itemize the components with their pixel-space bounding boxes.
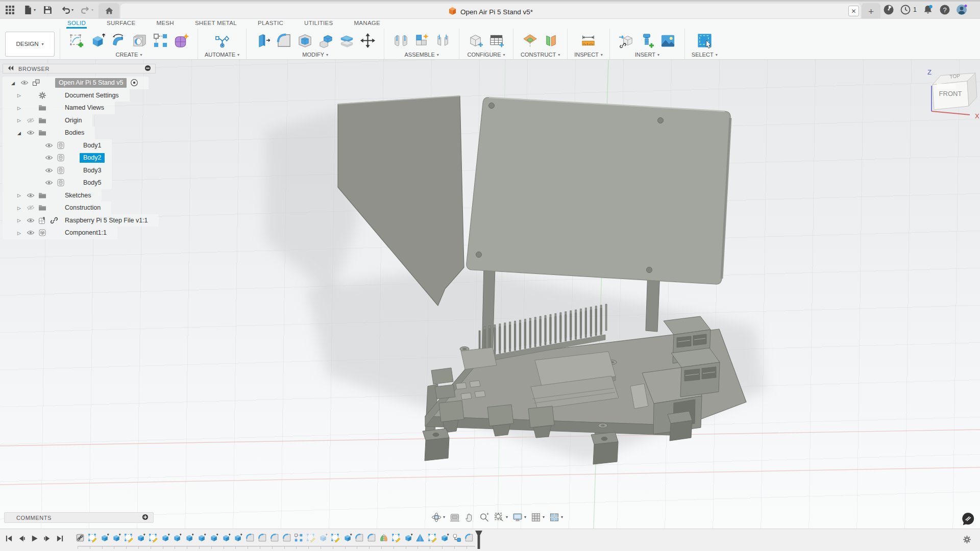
extrude-icon[interactable] xyxy=(222,533,231,542)
timeline-feature[interactable] xyxy=(342,533,353,543)
quick-icon-button[interactable] xyxy=(3,4,18,16)
group-label-inspect[interactable]: INSPECT▾ xyxy=(574,52,603,58)
tool-button[interactable] xyxy=(253,31,273,50)
revolve-icon[interactable] xyxy=(111,33,127,48)
file-new-icon[interactable] xyxy=(23,5,33,15)
fit-icon[interactable] xyxy=(494,512,504,522)
tree-row-label[interactable]: Body1 xyxy=(80,140,105,150)
tool-button[interactable] xyxy=(316,31,335,50)
dropdown-caret[interactable]: ▾ xyxy=(443,515,445,519)
new-component-icon[interactable] xyxy=(414,33,430,48)
dropdown-caret[interactable]: ▾ xyxy=(34,8,36,12)
timeline-feature[interactable] xyxy=(124,533,134,543)
tool-button[interactable] xyxy=(638,31,657,50)
eye-on-icon[interactable] xyxy=(20,79,29,87)
tree-row-label[interactable]: Component1:1 xyxy=(61,228,110,238)
tool-button[interactable] xyxy=(130,31,149,50)
tool-button[interactable] xyxy=(274,31,293,50)
fillet-icon[interactable] xyxy=(276,33,292,48)
look-at-icon[interactable] xyxy=(450,512,460,522)
nav-button[interactable] xyxy=(464,512,475,522)
nav-button[interactable]: ▾ xyxy=(531,512,545,522)
view-cube[interactable]: FRONT TOP Z X xyxy=(916,65,980,126)
automate-icon[interactable] xyxy=(214,33,230,48)
tree-row[interactable]: Sketches xyxy=(3,189,102,202)
eye-on-icon[interactable] xyxy=(44,154,53,162)
timeline-feature[interactable] xyxy=(233,533,243,543)
nav-button[interactable]: ▾ xyxy=(431,512,445,522)
extrude-muted-icon[interactable] xyxy=(318,533,328,542)
target-icon[interactable] xyxy=(130,79,138,87)
tool-button[interactable] xyxy=(172,31,191,50)
timeline-feature[interactable] xyxy=(391,533,401,543)
joint-icon[interactable] xyxy=(393,33,409,48)
tree-row-label[interactable]: Sketches xyxy=(61,190,94,200)
insert-icon[interactable] xyxy=(76,533,85,542)
eye-on-icon[interactable] xyxy=(44,141,53,149)
undo-icon[interactable] xyxy=(61,5,70,15)
notifications-icon[interactable] xyxy=(922,4,934,15)
eye-on-icon[interactable] xyxy=(26,229,35,237)
timeline-feature[interactable] xyxy=(184,533,194,543)
tool-button[interactable] xyxy=(579,31,598,50)
timeline-feature[interactable] xyxy=(318,533,328,543)
viewcube-front-label[interactable]: FRONT xyxy=(939,90,962,97)
draft-icon[interactable] xyxy=(415,533,425,542)
tool-button[interactable] xyxy=(391,31,410,50)
group-label-select[interactable]: SELECT▾ xyxy=(692,52,718,58)
plane-offset-icon[interactable] xyxy=(522,33,538,48)
combine-icon[interactable] xyxy=(318,33,334,48)
dropdown-caret[interactable]: ▾ xyxy=(543,515,545,519)
skip-end-icon[interactable] xyxy=(56,535,64,542)
tool-button[interactable] xyxy=(151,31,170,50)
sketch-muted-icon[interactable] xyxy=(306,533,315,542)
document-tab[interactable]: Open Air Pi 5 Stand v5* xyxy=(120,4,861,20)
tree-row[interactable]: Construction xyxy=(3,202,111,214)
timeline-feature[interactable] xyxy=(136,533,146,543)
insert-derive-icon[interactable] xyxy=(618,33,634,48)
eye-off-icon[interactable] xyxy=(26,204,35,212)
nav-button[interactable] xyxy=(479,512,489,522)
extrude-icon[interactable] xyxy=(233,533,242,542)
comments-bar[interactable]: COMMENTS xyxy=(4,512,154,523)
canvas-icon[interactable] xyxy=(660,33,676,48)
shell-icon[interactable] xyxy=(297,33,313,48)
timeline-feature[interactable] xyxy=(464,533,474,543)
sketch-icon[interactable] xyxy=(391,533,401,542)
dropdown-caret[interactable]: ▾ xyxy=(91,8,93,12)
job-status-icon[interactable] xyxy=(900,4,911,15)
measure-icon[interactable] xyxy=(580,33,596,48)
browser-header[interactable]: BROWSER xyxy=(3,64,156,73)
collapse-browser-icon[interactable] xyxy=(7,64,14,73)
quick-icon-button[interactable]: ▾ xyxy=(79,4,95,16)
ribbon-tab[interactable]: SHEET METAL xyxy=(194,19,238,29)
timeline-feature[interactable] xyxy=(75,533,85,543)
zoom-icon[interactable] xyxy=(479,512,489,522)
eye-on-icon[interactable] xyxy=(44,166,53,174)
tool-button[interactable] xyxy=(520,31,540,50)
press-pull-icon[interactable] xyxy=(255,33,271,48)
group-label-create[interactable]: CREATE▾ xyxy=(116,52,142,58)
eye-on-icon[interactable] xyxy=(26,129,35,137)
fillet-icon[interactable] xyxy=(464,533,474,542)
tree-row-label[interactable]: Body2 xyxy=(80,153,105,163)
tool-button[interactable] xyxy=(433,31,452,50)
tool-button[interactable] xyxy=(212,31,232,50)
tool-button[interactable] xyxy=(617,31,636,50)
extrude-icon[interactable] xyxy=(343,533,352,542)
tree-row[interactable]: Raspberry Pi 5 Step File v1:1 xyxy=(3,214,159,227)
home-tab[interactable] xyxy=(99,3,119,20)
timeline-feature[interactable] xyxy=(257,533,267,543)
group-label-construct[interactable]: CONSTRUCT▾ xyxy=(521,52,560,58)
tool-button[interactable] xyxy=(541,31,560,50)
close-document-button[interactable]: ✕ xyxy=(848,6,859,16)
group-label-configure[interactable]: CONFIGURE▾ xyxy=(468,52,505,58)
job-status-button[interactable]: 1 xyxy=(900,4,917,15)
mirror-icon[interactable] xyxy=(379,533,388,542)
timeline-feature[interactable] xyxy=(403,533,413,543)
timeline-settings-icon[interactable] xyxy=(963,535,971,546)
help-icon[interactable]: ? xyxy=(939,4,950,15)
timeline-track[interactable] xyxy=(78,546,475,549)
tool-button[interactable] xyxy=(88,31,107,50)
select-icon[interactable] xyxy=(697,33,713,48)
